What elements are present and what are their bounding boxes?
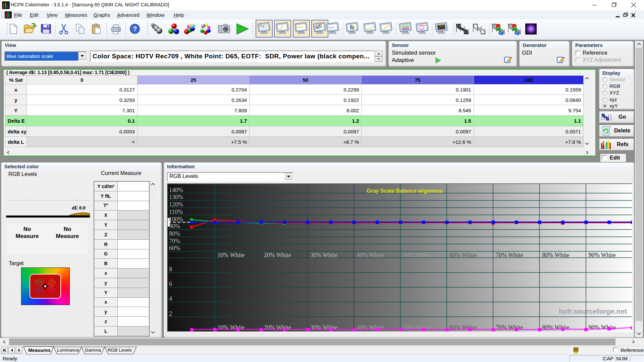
svg-text:90% White: 90% White	[589, 324, 616, 331]
svg-text:2: 2	[169, 310, 172, 317]
svg-text:6: 6	[169, 281, 172, 287]
svg-text:110%: 110%	[169, 208, 183, 215]
svg-text:Measures: Measures	[28, 348, 51, 353]
svg-text:Luminance: Luminance	[57, 348, 79, 353]
svg-text:90%: 90%	[169, 223, 180, 230]
svg-text:130%: 130%	[169, 194, 183, 200]
svg-text:70%: 70%	[169, 238, 180, 244]
svg-text:hcfr.sourceforge.net: hcfr.sourceforge.net	[559, 307, 627, 315]
svg-text:60% White: 60% White	[449, 252, 477, 258]
svg-text:140%: 140%	[169, 187, 183, 193]
svg-text:90% White: 90% White	[589, 252, 616, 258]
svg-text:80%: 80%	[169, 230, 180, 237]
svg-text:70% White: 70% White	[496, 252, 523, 258]
svg-text:8: 8	[169, 266, 172, 273]
svg-text:40% White: 40% White	[357, 252, 384, 258]
svg-text:RGB Levels: RGB Levels	[108, 348, 132, 353]
svg-text:100%: 100%	[169, 216, 183, 223]
svg-text:10% White: 10% White	[217, 252, 245, 258]
svg-text:4: 4	[169, 295, 172, 302]
svg-text:Gray Scale Balance w/gamma: Gray Scale Balance w/gamma	[367, 188, 442, 194]
svg-text:30% White: 30% White	[310, 252, 337, 258]
svg-text:60%: 60%	[169, 245, 180, 251]
svg-text:50% White: 50% White	[403, 252, 430, 258]
svg-text:?: ?	[133, 25, 137, 33]
svg-text:20% White: 20% White	[264, 252, 291, 258]
svg-text:80% White: 80% White	[542, 252, 569, 258]
svg-text:120%: 120%	[169, 201, 183, 208]
svg-text:Gamma: Gamma	[85, 348, 101, 353]
